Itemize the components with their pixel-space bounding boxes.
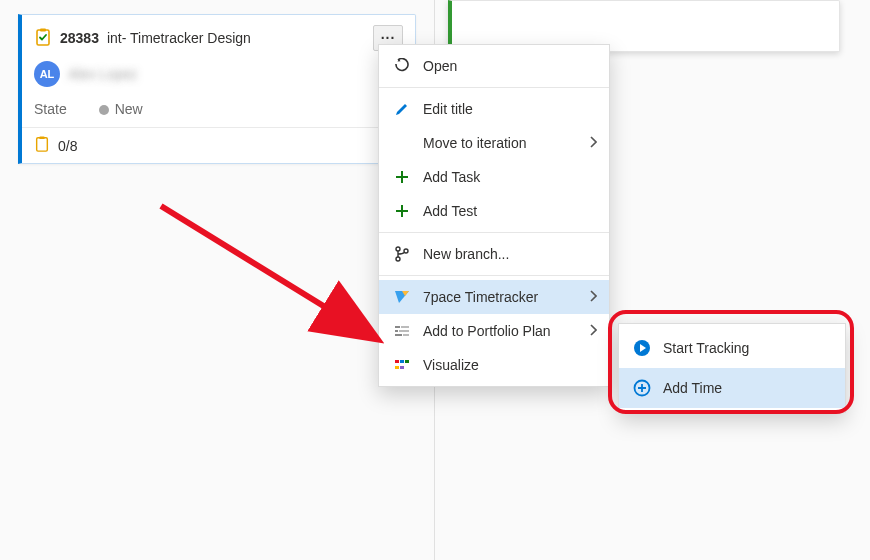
svg-rect-1 [40,28,46,31]
assignee-row[interactable]: AL Alex Lopez [34,61,403,87]
menu-open[interactable]: Open [379,49,609,83]
menu-label: Add to Portfolio Plan [423,323,551,339]
avatar: AL [34,61,60,87]
menu-label: Edit title [423,101,473,117]
plus-icon [393,203,411,219]
menu-label: Move to iteration [423,135,527,151]
card-footer: 0/8 [34,136,403,155]
svg-rect-14 [403,334,409,336]
svg-rect-3 [39,136,44,139]
chevron-right-icon [589,289,597,305]
svg-rect-19 [400,366,404,369]
svg-rect-18 [395,366,399,369]
context-menu: Open Edit title Move to iteration Add Ta… [378,44,610,387]
annotation-arrow [155,200,415,370]
svg-rect-16 [400,360,404,363]
svg-rect-2 [37,138,48,151]
menu-label: Visualize [423,357,479,373]
task-count: 0/8 [58,138,77,154]
svg-rect-13 [395,334,402,336]
timetracker-submenu: Start Tracking Add Time [618,323,846,413]
assignee-name: Alex Lopez [68,66,137,82]
card-divider [22,127,415,128]
submenu-add-time[interactable]: Add Time [619,368,845,408]
branch-icon [393,246,411,262]
svg-rect-17 [405,360,409,363]
svg-rect-9 [395,326,400,328]
menu-move-to-iteration[interactable]: Move to iteration [379,126,609,160]
chevron-right-icon [589,135,597,151]
submenu-start-tracking[interactable]: Start Tracking [619,328,845,368]
menu-7pace-timetracker[interactable]: 7pace Timetracker [379,280,609,314]
menu-add-to-portfolio[interactable]: Add to Portfolio Plan [379,314,609,348]
work-item-title: int- Timetracker Design [107,30,251,46]
menu-visualize[interactable]: Visualize [379,348,609,382]
menu-divider [379,87,609,88]
work-item-id: 28383 [60,30,99,46]
tasks-icon [34,136,50,155]
menu-new-branch[interactable]: New branch... [379,237,609,271]
plus-icon [393,169,411,185]
work-item-card[interactable]: 28383 int- Timetracker Design ··· AL Ale… [18,14,416,164]
visualize-icon [393,357,411,373]
menu-label: Add Task [423,169,480,185]
menu-label: Add Test [423,203,477,219]
menu-add-task[interactable]: Add Task [379,160,609,194]
state-dot-icon [99,105,109,115]
pencil-icon [393,101,411,117]
svg-rect-15 [395,360,399,363]
portfolio-icon [393,323,411,339]
work-item-type-icon [34,28,52,49]
state-label: State [34,101,67,117]
submenu-label: Start Tracking [663,340,749,356]
state-value: New [99,101,143,117]
submenu-label: Add Time [663,380,722,396]
svg-rect-11 [395,330,398,332]
state-row: State New [34,101,403,117]
svg-line-24 [161,206,369,334]
card-title-row: 28383 int- Timetracker Design ··· [34,25,403,51]
menu-label: New branch... [423,246,509,262]
add-circle-icon [633,379,651,397]
menu-edit-title[interactable]: Edit title [379,92,609,126]
menu-add-test[interactable]: Add Test [379,194,609,228]
menu-label: Open [423,58,457,74]
timetracker-icon [393,289,411,305]
svg-point-4 [396,247,400,251]
chevron-right-icon [589,323,597,339]
svg-rect-12 [399,330,409,332]
svg-rect-10 [401,326,409,328]
svg-point-5 [396,257,400,261]
play-icon [633,339,651,357]
menu-divider [379,275,609,276]
open-icon [393,58,411,74]
menu-divider [379,232,609,233]
svg-point-6 [404,249,408,253]
menu-label: 7pace Timetracker [423,289,538,305]
